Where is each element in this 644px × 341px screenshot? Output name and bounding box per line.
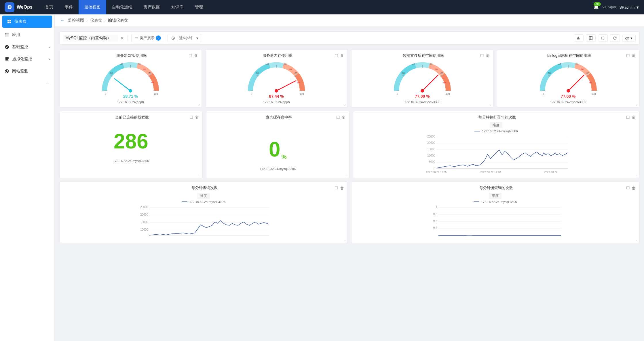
delete-data-btn[interactable]: 🗑 [486,53,490,58]
off-selector[interactable]: off ▾ [622,35,636,42]
sidebar-collapse-btn[interactable]: ← [0,77,54,89]
svg-text:25000: 25000 [140,206,148,209]
threads-server: 172.16.32.24-mysql-3306 [113,159,149,163]
delete-queries-btn[interactable]: 🗑 [340,186,344,190]
delete-cache-btn[interactable]: 🗑 [342,115,346,120]
svg-text:40: 40 [120,63,123,65]
user-menu[interactable]: SPadmin ▼ [619,5,639,10]
sidebar-basic-monitor-label: 基础监控 [12,44,46,50]
statements-chart: 25000 20000 15000 10000 5000 0 [357,134,636,174]
widget-cpu-actions: ☐ 🗑 [189,53,198,58]
legend-label-1: 172.16.32.24-mysql-3306 [482,129,518,133]
legend-line-3 [474,201,479,202]
sidebar-item-website-monitor[interactable]: 网站监测 [0,65,54,77]
edit-queries-btn[interactable]: ☐ [335,186,338,190]
svg-text:0: 0 [105,93,107,95]
edit-statements-btn[interactable]: ☐ [626,115,630,120]
svg-text:100: 100 [154,93,158,95]
svg-line-58 [568,75,584,91]
svg-text:100: 100 [300,93,304,95]
monitor-icon [5,45,9,49]
sidebar-item-dashboard[interactable]: 仪表盘 [2,16,52,28]
svg-text:90: 90 [443,81,446,84]
delete-widget-btn[interactable]: 🗑 [194,53,198,58]
table-view-btn[interactable] [586,34,596,42]
asset-display-button[interactable]: 资产展示 2 [131,34,164,42]
nav-home[interactable]: 首页 [39,0,59,14]
edit-cache-btn[interactable]: ☐ [336,115,340,120]
edit-data-btn[interactable]: ☐ [480,53,484,58]
delete-threads-btn[interactable]: 🗑 [195,115,199,120]
widget-row-3: 每分钟查询次数 ☐ 🗑 维度 172.16.32.24-mysql-3306 [59,182,639,243]
website-icon [5,69,9,74]
sidebar-apps-label: 应用 [12,32,50,37]
top-nav: ⚙ WeOps 首页 事件 监控视图 自动化运维 资产数据 知识库 管理 99+… [0,0,644,14]
delete-memory-btn[interactable]: 🗑 [340,53,344,58]
widget-memory-header: 服务器内存使用率 ☐ 🗑 [209,53,344,58]
clear-dashboard-name-btn[interactable]: ✕ [120,35,124,41]
widget-cpu-title: 服务器CPU使用率 [75,53,189,58]
bar-chart-btn[interactable] [574,34,584,42]
time-range-selector[interactable]: 近6小时 ▾ [168,34,202,42]
nav-knowledge[interactable]: 知识库 [166,0,189,14]
dashboard-icon [7,19,12,24]
svg-text:0.8: 0.8 [433,212,437,216]
gauge-memory: 0 20 40 60 80 100 70 90 [248,61,305,95]
widget-cache-content: 0 % [210,122,346,165]
delete-statements-btn[interactable]: 🗑 [632,115,636,120]
fullscreen-btn[interactable] [598,34,608,42]
list-icon [134,36,138,40]
widget-statements-title: 每分钟执行语句的次数 [368,115,626,120]
svg-point-29 [275,89,278,93]
dimension-label-1: 维度 [490,122,502,128]
svg-text:100: 100 [445,93,450,95]
widget-statements-content: 维度 172.16.32.24-mysql-3306 25000 20000 1… [357,122,636,174]
widget-row-2: 当前已连接的线程数 ☐ 🗑 286 172.16.32.24-mysql-330… [59,111,639,178]
sidebar-website-monitor-label: 网站监测 [12,69,50,74]
breadcrumb-dashboard[interactable]: 仪表盘 [90,18,102,23]
sidebar-item-basic-monitor[interactable]: 基础监控 › [0,41,54,53]
refresh-btn[interactable] [610,34,620,42]
svg-text:2022-08-22 11:25: 2022-08-22 11:25 [426,171,447,174]
notification-button[interactable]: 99+ [593,4,599,11]
svg-text:25000: 25000 [427,135,435,138]
nav-events[interactable]: 事件 [59,0,79,14]
toolbar-left: ✕ [63,35,124,42]
svg-line-28 [276,81,296,91]
svg-text:90: 90 [297,81,300,84]
widget-statements-actions: ☐ 🗑 [626,115,636,120]
breadcrumb-monitor-view[interactable]: 监控视图 [68,18,84,23]
dashboard-area: ✕ 资产展示 2 近6小时 ▾ [55,27,644,248]
edit-memory-btn[interactable]: ☐ [335,53,338,58]
edit-threads-btn[interactable]: ☐ [189,115,193,120]
back-button[interactable]: ← [60,18,64,23]
svg-text:40: 40 [412,63,415,65]
svg-text:20: 20 [548,72,551,75]
nav-management[interactable]: 管理 [189,0,209,14]
delete-slow-btn[interactable]: 🗑 [632,186,636,190]
sidebar-item-apps[interactable]: 应用 [0,29,54,41]
svg-text:1: 1 [436,206,437,209]
edit-widget-btn[interactable]: ☐ [189,53,192,58]
dashboard-name-input[interactable] [63,35,118,42]
nav-assets[interactable]: 资产数据 [138,0,166,14]
widget-queries-actions: ☐ 🗑 [335,186,344,190]
delete-binlog-btn[interactable]: 🗑 [632,53,636,58]
svg-text:20: 20 [110,72,113,75]
off-label: off [625,36,629,40]
widget-cache-title: 查询缓存命中率 [221,115,336,120]
widget-data-title: 数据文件所在空间使用率 [366,53,480,58]
widget-slow-actions: ☐ 🗑 [626,186,636,190]
widget-slow-header: 每分钟慢查询的次数 ☐ 🗑 [355,185,636,191]
app-logo[interactable]: ⚙ WeOps [5,2,33,12]
gauge-binlog-server: 172.16.32.24-mysql-3306 [550,100,586,104]
cache-server: 172.16.32.24-mysql-3306 [210,167,346,171]
toolbar-right: off ▾ [574,34,636,42]
nav-automation[interactable]: 自动化运维 [106,0,138,14]
sidebar-item-virtual-monitor[interactable]: 虚拟化监控 › [0,53,54,65]
svg-text:60: 60 [138,63,140,65]
edit-binlog-btn[interactable]: ☐ [626,53,630,58]
nav-monitor-view[interactable]: 监控视图 [79,0,106,14]
svg-text:20: 20 [402,72,405,75]
edit-slow-btn[interactable]: ☐ [626,186,630,190]
